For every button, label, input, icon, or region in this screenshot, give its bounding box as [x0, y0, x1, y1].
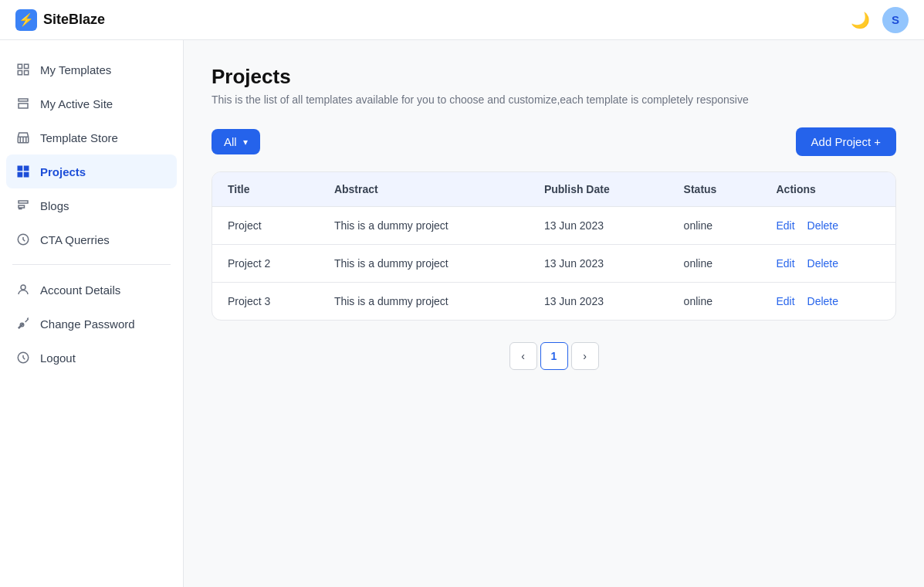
projects-table: Title Abstract Publish Date Status Actio… [212, 172, 895, 320]
app-logo: ⚡ SiteBlaze [15, 9, 105, 31]
sidebar-item-logout[interactable]: Logout [0, 341, 183, 375]
sidebar-item-my-active-site[interactable]: My Active Site [0, 87, 183, 120]
cell-abstract: This is a dummy project [319, 207, 529, 245]
svg-rect-1 [25, 64, 29, 68]
table-header-row: Title Abstract Publish Date Status Actio… [212, 172, 895, 207]
svg-rect-0 [18, 64, 22, 68]
col-title: Title [212, 172, 319, 207]
chevron-down-icon: ▾ [243, 137, 248, 148]
main-content: Projects This is the list of all templat… [184, 40, 924, 587]
svg-point-10 [21, 285, 25, 290]
edit-button[interactable]: Edit [777, 257, 795, 270]
page-1-button[interactable]: 1 [540, 342, 568, 370]
cell-abstract: This is a dummy project [319, 245, 529, 283]
cell-status: online [668, 283, 761, 321]
sidebar-item-label: My Templates [40, 63, 111, 76]
sidebar-divider [12, 264, 171, 265]
logout-icon [15, 350, 31, 365]
account-icon [15, 282, 31, 297]
delete-button[interactable]: Delete [807, 295, 838, 307]
col-status: Status [668, 172, 761, 207]
cell-status: online [668, 207, 761, 245]
blogs-icon [15, 198, 31, 213]
cta-icon [15, 232, 31, 247]
top-nav: ⚡ SiteBlaze 🌙 S [0, 0, 924, 40]
sidebar-item-label: Blogs [40, 199, 69, 212]
cell-title: Project [212, 207, 319, 245]
sidebar-item-my-templates[interactable]: My Templates [0, 53, 183, 87]
col-actions: Actions [761, 172, 896, 207]
projects-icon [15, 164, 31, 179]
page-title: Projects [212, 65, 896, 89]
edit-button[interactable]: Edit [777, 219, 795, 232]
sidebar-item-label: Projects [40, 165, 86, 178]
sidebar-item-label: Logout [40, 351, 76, 365]
edit-button[interactable]: Edit [777, 295, 795, 307]
sidebar-item-label: CTA Querries [40, 233, 110, 246]
sidebar-item-change-password[interactable]: Change Password [0, 307, 183, 341]
table-row: Project 3 This is a dummy project 13 Jun… [212, 283, 895, 321]
sidebar-item-account-details[interactable]: Account Details [0, 273, 183, 307]
app-name: SiteBlaze [43, 12, 105, 28]
delete-button[interactable]: Delete [807, 257, 838, 270]
svg-rect-6 [24, 166, 29, 171]
templates-icon [15, 62, 31, 77]
svg-rect-3 [25, 71, 29, 75]
topnav-right: 🌙 S [851, 7, 909, 33]
projects-table-container: Title Abstract Publish Date Status Actio… [212, 171, 896, 321]
col-abstract: Abstract [319, 172, 529, 207]
cell-publish-date: 13 Jun 2023 [529, 207, 668, 245]
sidebar-item-label: Template Store [40, 131, 118, 144]
cell-publish-date: 13 Jun 2023 [529, 283, 668, 321]
page-subtitle: This is the list of all templates availa… [212, 93, 896, 106]
sidebar-item-blogs[interactable]: Blogs [0, 188, 183, 222]
toolbar: All ▾ Add Project + [212, 127, 896, 156]
dark-mode-toggle[interactable]: 🌙 [851, 11, 870, 29]
cell-title: Project 2 [212, 245, 319, 283]
pagination: ‹ 1 › [212, 342, 896, 370]
user-avatar[interactable]: S [882, 7, 909, 33]
filter-label: All [224, 135, 237, 148]
prev-page-button[interactable]: ‹ [509, 342, 537, 370]
cell-title: Project 3 [212, 283, 319, 321]
sidebar-item-label: Account Details [40, 283, 120, 297]
filter-button[interactable]: All ▾ [212, 129, 260, 154]
table-row: Project 2 This is a dummy project 13 Jun… [212, 245, 895, 283]
delete-button[interactable]: Delete [807, 219, 838, 232]
layout: My Templates My Active Site Template Sto… [0, 40, 924, 587]
cell-abstract: This is a dummy project [319, 283, 529, 321]
table-row: Project This is a dummy project 13 Jun 2… [212, 207, 895, 245]
sidebar-item-label: Change Password [40, 317, 135, 331]
col-publish-date: Publish Date [529, 172, 668, 207]
next-page-button[interactable]: › [571, 342, 599, 370]
password-icon [15, 316, 31, 331]
svg-rect-8 [24, 172, 29, 178]
add-project-label: Add Project + [811, 135, 881, 148]
active-site-icon [15, 96, 31, 111]
cell-actions: Edit Delete [761, 283, 896, 321]
sidebar-item-template-store[interactable]: Template Store [0, 120, 183, 154]
svg-rect-2 [18, 71, 22, 75]
svg-rect-7 [18, 172, 23, 178]
sidebar-item-projects[interactable]: Projects [6, 154, 177, 188]
sidebar-item-cta-queries[interactable]: CTA Querries [0, 222, 183, 256]
store-icon [15, 130, 31, 145]
cell-actions: Edit Delete [761, 245, 896, 283]
svg-line-14 [23, 358, 25, 359]
svg-rect-5 [18, 166, 23, 171]
cell-actions: Edit Delete [761, 207, 896, 245]
cell-status: online [668, 245, 761, 283]
cell-publish-date: 13 Jun 2023 [529, 245, 668, 283]
logo-icon: ⚡ [15, 9, 37, 31]
add-project-button[interactable]: Add Project + [796, 127, 896, 156]
sidebar: My Templates My Active Site Template Sto… [0, 40, 184, 587]
sidebar-item-label: My Active Site [40, 97, 113, 110]
